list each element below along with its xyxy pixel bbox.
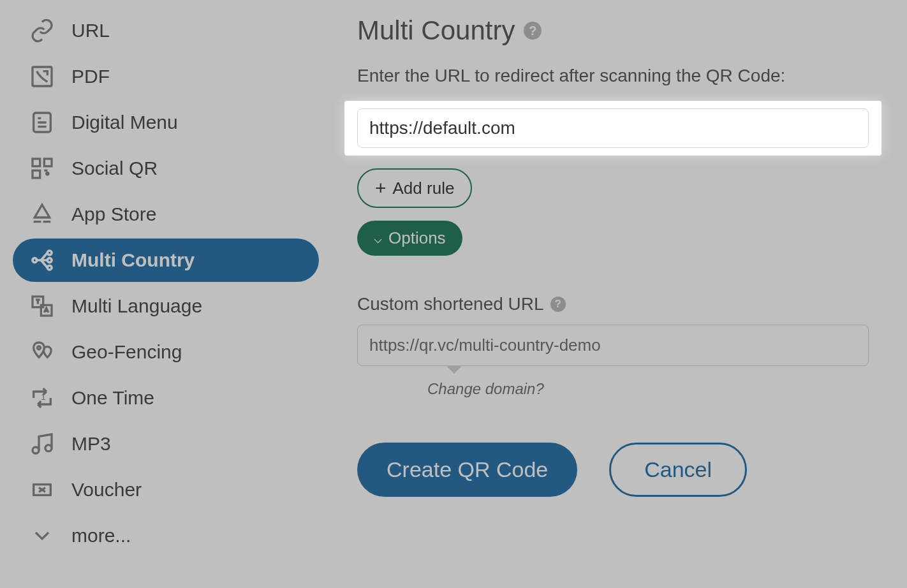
svg-rect-4 (33, 170, 40, 178)
url-input-highlight (344, 101, 881, 156)
add-rule-button[interactable]: + Add rule (357, 168, 472, 208)
link-icon (28, 17, 56, 45)
music-icon (28, 430, 56, 458)
sidebar-item-pdf[interactable]: PDF (13, 55, 319, 98)
language-icon (28, 292, 56, 320)
sidebar-item-label: Voucher (71, 479, 142, 501)
tooltip-notch (446, 366, 462, 374)
svg-point-6 (33, 258, 37, 263)
svg-point-7 (47, 251, 52, 255)
voucher-icon (28, 476, 56, 504)
svg-point-15 (45, 445, 52, 452)
social-qr-icon (28, 154, 56, 182)
help-icon[interactable]: ? (524, 22, 542, 40)
one-time-icon: 1 (28, 384, 56, 412)
sidebar-item-label: Social QR (71, 158, 158, 179)
svg-point-12 (38, 346, 41, 349)
svg-rect-2 (33, 159, 40, 166)
sidebar-item-app-store[interactable]: App Store (13, 193, 319, 236)
sidebar-item-label: Digital Menu (71, 112, 178, 133)
sidebar-item-label: Geo-Fencing (71, 341, 182, 363)
options-label: Options (388, 228, 446, 248)
branch-icon (28, 246, 56, 274)
sidebar-item-social-qr[interactable]: Social QR (13, 147, 319, 190)
sidebar-item-geo-fencing[interactable]: Geo-Fencing (13, 330, 319, 374)
svg-rect-0 (33, 67, 52, 86)
sidebar-item-label: MP3 (71, 433, 111, 455)
svg-point-14 (33, 447, 39, 453)
short-url-label: Custom shortened URL (357, 294, 544, 314)
sidebar-item-label: PDF (71, 66, 110, 87)
plus-icon: + (375, 177, 387, 199)
page-title: Multi Country (357, 15, 515, 46)
sidebar-item-label: URL (71, 20, 110, 41)
sidebar-item-label: App Store (71, 203, 156, 225)
sidebar-item-one-time[interactable]: 1 One Time (13, 376, 319, 420)
svg-point-5 (47, 173, 48, 175)
change-domain-link[interactable]: Change domain? (427, 380, 544, 398)
cancel-button[interactable]: Cancel (609, 443, 747, 497)
add-rule-label: Add rule (393, 179, 455, 198)
svg-point-9 (47, 265, 52, 270)
pdf-icon (28, 62, 56, 91)
sidebar-item-label: Multi Country (71, 249, 195, 271)
sidebar-item-multi-country[interactable]: Multi Country (13, 239, 319, 282)
create-qr-button[interactable]: Create QR Code (357, 443, 577, 497)
sidebar: URL PDF Digital Menu Social QR App Store (0, 0, 332, 588)
short-url-input[interactable] (357, 325, 869, 366)
sidebar-item-label: more... (71, 525, 131, 547)
instruction-text: Enter the URL to redirect after scanning… (357, 62, 869, 89)
geo-icon (28, 338, 56, 366)
help-icon[interactable]: ? (550, 297, 566, 312)
chevron-down-icon: ⌵ (374, 230, 382, 247)
svg-point-8 (47, 258, 52, 263)
svg-text:1: 1 (41, 392, 45, 402)
redirect-url-input[interactable] (357, 108, 869, 148)
sidebar-item-mp3[interactable]: MP3 (13, 422, 319, 466)
sidebar-item-multi-language[interactable]: Multi Language (13, 284, 319, 328)
sidebar-item-more[interactable]: more... (13, 514, 319, 557)
chevron-down-icon (28, 522, 56, 550)
sidebar-item-voucher[interactable]: Voucher (13, 468, 319, 511)
sidebar-item-label: One Time (71, 387, 154, 409)
menu-icon (28, 108, 56, 136)
main-panel: Multi Country ? Enter the URL to redirec… (332, 0, 907, 588)
sidebar-item-url[interactable]: URL (13, 9, 319, 52)
sidebar-item-label: Multi Language (71, 295, 202, 317)
options-button[interactable]: ⌵ Options (357, 221, 462, 256)
svg-rect-3 (44, 159, 52, 166)
app-store-icon (28, 200, 56, 228)
sidebar-item-digital-menu[interactable]: Digital Menu (13, 101, 319, 144)
